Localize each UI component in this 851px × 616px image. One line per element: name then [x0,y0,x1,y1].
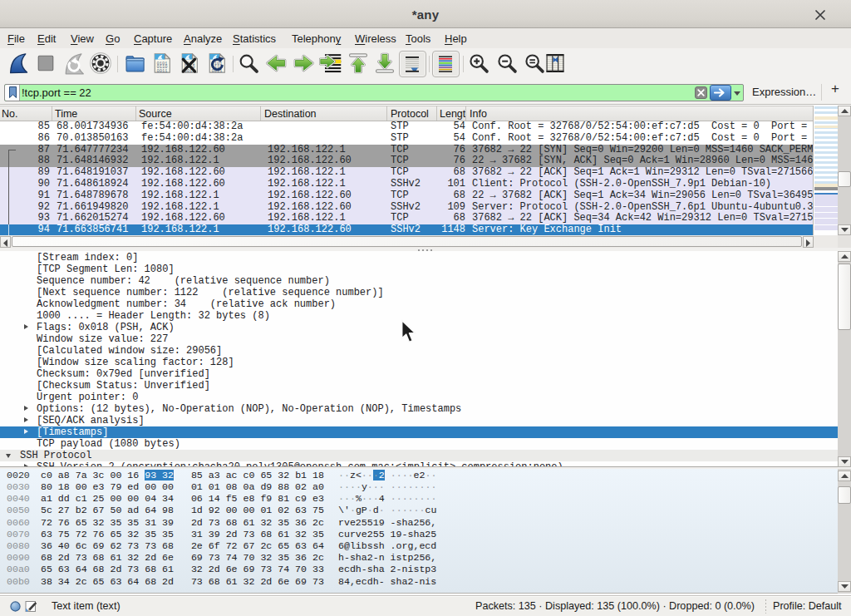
svg-text:0011: 0011 [157,69,168,74]
